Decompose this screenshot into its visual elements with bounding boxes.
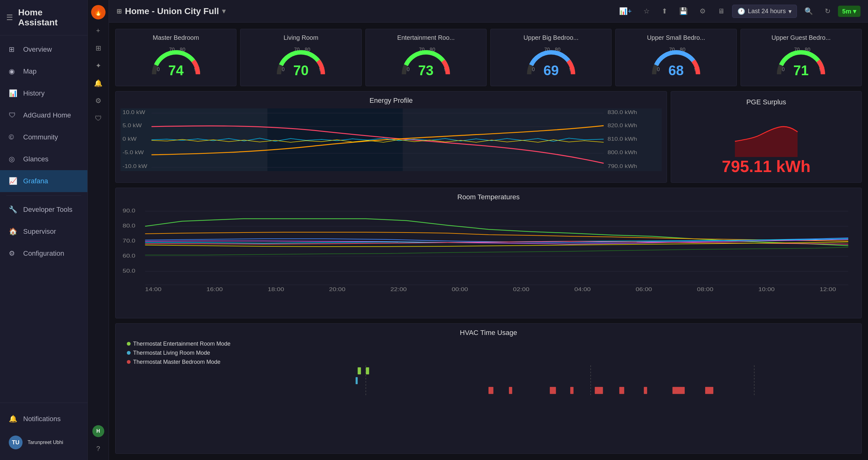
search-button[interactable]: 🔍 [800,5,817,18]
svg-text:70: 70 [293,63,309,78]
help-icon[interactable]: ? [90,440,106,457]
svg-text:10:00: 10:00 [758,286,775,292]
hvac-panel: HVAC Time Usage Thermostat Entertainment… [115,323,862,454]
topbar: ⊞ Home - Union City Full ▾ 📊+ ☆ ⬆ 💾 ⚙ 🖥 … [109,0,868,23]
sidebar-item-supervisor[interactable]: 🏠 Supervisor [0,221,87,242]
hamburger-icon[interactable]: ☰ [6,13,13,22]
sidebar-item-notifications[interactable]: 🔔 Notifications [0,408,87,430]
svg-text:71: 71 [794,63,809,78]
notifications-icon: 🔔 [9,415,18,423]
svg-rect-76 [356,377,358,384]
sidebar-item-community[interactable]: © Community [0,126,87,148]
gauge-row: Master Bedroom 60 95 70 80 74 Living Roo… [115,29,862,86]
svg-text:14:00: 14:00 [145,286,161,292]
grafana-label: Grafana [23,177,48,185]
glances-label: Glances [23,155,49,163]
gauge-upper-small-bedroom: Upper Small Bedro... 60 95 70 80 68 [615,29,737,86]
settings-button[interactable]: ⚙ [695,5,710,18]
sidebar-item-adguard[interactable]: 🛡 AdGuard Home [0,104,87,126]
topbar-title: ⊞ Home - Union City Full ▾ [117,6,225,16]
svg-text:800.0 kWh: 800.0 kWh [608,150,637,155]
svg-text:10.0 kW: 10.0 kW [122,110,145,115]
star-button[interactable]: ☆ [639,5,654,18]
svg-text:20:00: 20:00 [329,286,345,292]
gauge-master-bedroom: Master Bedroom 60 95 70 80 74 [115,29,237,86]
clock-icon: 🕐 [737,7,745,15]
supervisor-icon: 🏠 [9,228,18,236]
svg-text:68: 68 [668,63,684,78]
adguard-label: AdGuard Home [23,111,71,119]
bell-icon[interactable]: 🔔 [90,75,106,91]
refresh-button[interactable]: ↻ [820,5,835,18]
user-item[interactable]: TU Tarunpreet Ubhi [0,430,87,455]
hvac-chart-svg [121,365,857,397]
map-icon: ◉ [9,67,18,76]
svg-rect-75 [366,367,369,374]
hvac-dot-0 [127,342,131,346]
time-range-picker[interactable]: 🕐 Last 24 hours ▾ [732,5,797,18]
svg-text:50.0: 50.0 [123,268,135,274]
add-panel-button[interactable]: 📊+ [615,5,636,18]
panel-avatar: H [92,425,104,437]
page-title: Home - Union City Full [125,6,219,16]
display-button[interactable]: 🖥 [713,5,729,18]
refresh-rate-label: 5m [842,8,851,15]
svg-text:00:00: 00:00 [452,286,468,292]
gauge-upper-big-bedroom: Upper Big Bedroo... 60 95 70 80 69 [490,29,612,86]
add-panel-icon[interactable]: + [90,23,106,39]
pge-value-container: 795.11 kWh [722,157,810,176]
svg-text:08:00: 08:00 [697,286,713,292]
svg-text:74: 74 [168,63,184,78]
sidebar-item-overview[interactable]: ⊞ Overview [0,38,87,60]
svg-text:790.0 kWh: 790.0 kWh [608,164,637,169]
svg-rect-77 [489,387,494,394]
sidebar-bottom: 🔔 Notifications TU Tarunpreet Ubhi [0,403,87,460]
shield-icon[interactable]: 🛡 [90,110,106,126]
svg-rect-81 [595,387,603,394]
refresh-rate[interactable]: 5m ▾ [838,6,861,17]
svg-text:820.0 kWh: 820.0 kWh [608,123,637,128]
share-button[interactable]: ⬆ [657,5,672,18]
svg-text:04:00: 04:00 [574,286,591,292]
map-label: Map [23,67,37,76]
svg-rect-79 [550,387,556,394]
hvac-legend-item-0: Thermostat Entertainment Room Mode [127,341,850,347]
svg-rect-84 [673,387,685,394]
user-green-icon[interactable]: H [90,423,106,439]
title-chevron-icon[interactable]: ▾ [222,7,225,16]
energy-chart-svg: 10.0 kW 5.0 kW 0 kW -5.0 kW -10.0 kW 830… [121,108,662,177]
sidebar-item-map[interactable]: ◉ Map [0,60,87,82]
sidebar-item-glances[interactable]: ◎ Glances [0,148,87,170]
topbar-actions: 📊+ ☆ ⬆ 💾 ⚙ 🖥 🕐 Last 24 hours ▾ 🔍 ↻ 5m ▾ [615,5,861,18]
sidebar-item-grafana[interactable]: 📈 Grafana [0,170,87,192]
svg-text:06:00: 06:00 [636,286,652,292]
configuration-icon: ⚙ [9,250,18,258]
avatar: TU [9,436,23,449]
main-content: ⊞ Home - Union City Full ▾ 📊+ ☆ ⬆ 💾 ⚙ 🖥 … [109,0,868,460]
svg-rect-82 [619,387,624,394]
pge-value: 795.11 kWh [722,157,810,175]
compass-icon[interactable]: ✦ [90,58,106,74]
hvac-dot-2 [127,360,131,364]
energy-chart-title: Energy Profile [121,96,662,105]
gauge-svg-4: 60 95 70 80 68 [648,45,704,82]
save-button[interactable]: 💾 [675,5,692,18]
svg-rect-74 [358,367,361,374]
app-title: Home Assistant [18,7,81,28]
sidebar-item-developer[interactable]: 🔧 Developer Tools [0,199,87,221]
hvac-label-1: Thermostat Living Room Mode [133,350,210,356]
gauge-title-5: Upper Guest Bedro... [772,34,831,41]
hvac-dot-1 [127,351,131,355]
svg-text:0 kW: 0 kW [122,136,136,142]
time-range-chevron: ▾ [788,7,792,15]
refresh-chevron: ▾ [853,8,856,15]
gauge-entertainment-room: Entertainment Roo... 60 95 70 80 73 [365,29,487,86]
sidebar: ☰ Home Assistant ⊞ Overview ◉ Map 📊 Hist… [0,0,88,460]
gauge-title-0: Master Bedroom [153,34,199,41]
grid-icon[interactable]: ⊞ [90,40,106,56]
sidebar-item-configuration[interactable]: ⚙ Configuration [0,242,87,264]
svg-text:16:00: 16:00 [206,286,223,292]
sidebar-item-history[interactable]: 📊 History [0,82,87,104]
gauge-svg-1: 60 95 70 80 70 [273,45,329,82]
settings-icon[interactable]: ⚙ [90,93,106,109]
